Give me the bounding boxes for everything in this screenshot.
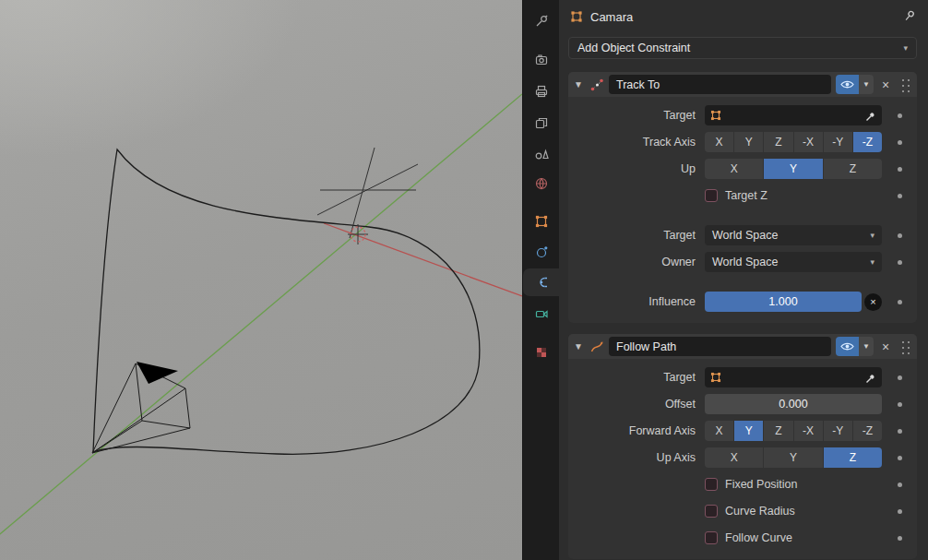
- fixed-position-label: Fixed Position: [725, 478, 798, 491]
- tab-scene[interactable]: [523, 139, 560, 167]
- target-space-dropdown[interactable]: World Space ▾: [705, 225, 882, 245]
- animate-dot[interactable]: [898, 429, 902, 434]
- panel-drag-handle[interactable]: [899, 77, 911, 92]
- constraints-icon: [534, 275, 549, 290]
- forward-axis-neg-x[interactable]: -X: [794, 421, 823, 441]
- tab-physics[interactable]: [523, 238, 560, 266]
- scene-icon: [534, 146, 549, 161]
- tab-object[interactable]: [523, 208, 560, 235]
- up-axis-x[interactable]: X: [705, 447, 763, 468]
- influence-slider[interactable]: 1.000: [705, 292, 862, 312]
- constraint-enable-eye-toggle[interactable]: [836, 337, 859, 356]
- animate-dot[interactable]: [898, 140, 902, 145]
- constraint-extras-chevron[interactable]: ▼: [859, 75, 874, 94]
- object-icon: [710, 372, 721, 383]
- curve-path-object[interactable]: [93, 149, 480, 454]
- forward-axis-segment: X Y Z -X -Y -Z: [705, 421, 882, 441]
- track-axis-neg-y[interactable]: -Y: [824, 132, 852, 152]
- panel-drag-handle[interactable]: [899, 339, 911, 354]
- constraint-name-field[interactable]: Track To: [609, 75, 831, 94]
- forward-axis-x[interactable]: X: [705, 421, 733, 441]
- constraint-name-field[interactable]: Follow Path: [609, 337, 831, 356]
- forward-axis-label: Forward Axis: [568, 424, 705, 437]
- track-axis-y[interactable]: Y: [734, 132, 763, 152]
- tab-world[interactable]: [523, 170, 560, 197]
- curve-radius-checkbox[interactable]: [705, 505, 718, 518]
- track-axis-z[interactable]: Z: [764, 132, 792, 152]
- eyedropper-icon[interactable]: [864, 372, 876, 384]
- track-to-constraint-icon: [589, 77, 604, 92]
- empty-axes-object[interactable]: [317, 148, 418, 244]
- forward-axis-neg-z[interactable]: -Z: [853, 421, 882, 441]
- tab-constraints[interactable]: [523, 268, 560, 296]
- chevron-down-icon: ▾: [870, 258, 874, 267]
- animate-dot[interactable]: [898, 483, 902, 487]
- tab-output[interactable]: [523, 77, 560, 105]
- animate-dot[interactable]: [898, 456, 902, 460]
- up-z[interactable]: Z: [824, 159, 882, 179]
- tab-tool[interactable]: [523, 7, 560, 35]
- track-to-panel-body: Target Track Axis X Y Z: [568, 97, 917, 323]
- influence-label: Influence: [568, 295, 705, 308]
- animate-dot[interactable]: [898, 194, 902, 198]
- track-axis-x[interactable]: X: [705, 132, 733, 152]
- eyedropper-icon[interactable]: [864, 110, 876, 122]
- influence-unlink-button[interactable]: ×: [864, 293, 882, 311]
- pin-icon[interactable]: [902, 8, 917, 26]
- viewport-scene: [0, 0, 522, 560]
- target-label: Target: [568, 371, 705, 384]
- constraint-delete-button[interactable]: ×: [878, 340, 893, 354]
- panel-expand-chevron[interactable]: ▼: [574, 79, 585, 89]
- constraint-enable-eye-toggle[interactable]: [836, 75, 859, 94]
- follow-path-panel-header[interactable]: ▼ Follow Path ▼ ×: [568, 334, 917, 359]
- offset-value-field[interactable]: 0.000: [705, 394, 882, 414]
- curve-radius-row: Curve Radius: [568, 500, 917, 522]
- up-x[interactable]: X: [705, 159, 763, 179]
- animate-dot[interactable]: [898, 402, 902, 407]
- tab-object-data[interactable]: [523, 300, 560, 328]
- target-space-label: Target: [568, 229, 705, 242]
- fixed-position-checkbox[interactable]: [705, 478, 718, 491]
- up-y[interactable]: Y: [764, 159, 822, 179]
- animate-dot[interactable]: [898, 167, 902, 172]
- track-axis-neg-z[interactable]: -Z: [853, 132, 882, 152]
- add-object-constraint-button[interactable]: Add Object Constraint ▾: [568, 37, 917, 59]
- animate-dot[interactable]: [898, 300, 902, 304]
- animate-dot[interactable]: [898, 233, 902, 238]
- viewport-3d[interactable]: [0, 0, 522, 560]
- panel-expand-chevron[interactable]: ▼: [574, 341, 585, 351]
- output-icon: [534, 84, 549, 99]
- up-axis-y[interactable]: Y: [764, 447, 822, 468]
- tab-texture[interactable]: [523, 339, 560, 366]
- properties-editor: Camara Add Object Constraint ▾ ▼ Track T…: [559, 0, 928, 560]
- offset-value: 0.000: [779, 398, 807, 411]
- track-axis-neg-x[interactable]: -X: [794, 132, 823, 152]
- forward-axis-row: Forward Axis X Y Z -X -Y -Z: [568, 420, 917, 442]
- animate-dot[interactable]: [898, 113, 902, 118]
- target-z-checkbox[interactable]: [705, 189, 718, 202]
- tab-render[interactable]: [523, 46, 560, 74]
- up-segment: X Y Z: [705, 159, 882, 179]
- target-object-field[interactable]: [705, 367, 882, 387]
- animate-dot[interactable]: [898, 260, 902, 265]
- target-row: Target: [568, 366, 917, 388]
- target-object-field[interactable]: [705, 105, 882, 125]
- target-space-value: World Space: [712, 229, 778, 242]
- follow-path-panel-body: Target Offset 0.000: [568, 359, 917, 559]
- forward-axis-y[interactable]: Y: [734, 421, 763, 441]
- animate-dot[interactable]: [898, 536, 902, 541]
- constraint-delete-button[interactable]: ×: [878, 77, 893, 92]
- tab-view-layer[interactable]: [523, 109, 560, 137]
- forward-axis-neg-y[interactable]: -Y: [824, 421, 852, 441]
- animate-dot[interactable]: [898, 375, 902, 380]
- track-to-panel-header[interactable]: ▼ Track To ▼ ×: [568, 72, 917, 97]
- animate-dot[interactable]: [898, 509, 902, 514]
- camera-object[interactable]: [92, 362, 190, 453]
- follow-curve-checkbox[interactable]: [705, 531, 718, 544]
- forward-axis-z[interactable]: Z: [764, 421, 792, 441]
- constraint-extras-chevron[interactable]: ▼: [859, 337, 874, 356]
- tool-icon: [534, 14, 549, 29]
- owner-space-dropdown[interactable]: World Space ▾: [705, 252, 882, 272]
- up-axis-z[interactable]: Z: [824, 447, 882, 468]
- target-z-row: Target Z: [568, 185, 917, 207]
